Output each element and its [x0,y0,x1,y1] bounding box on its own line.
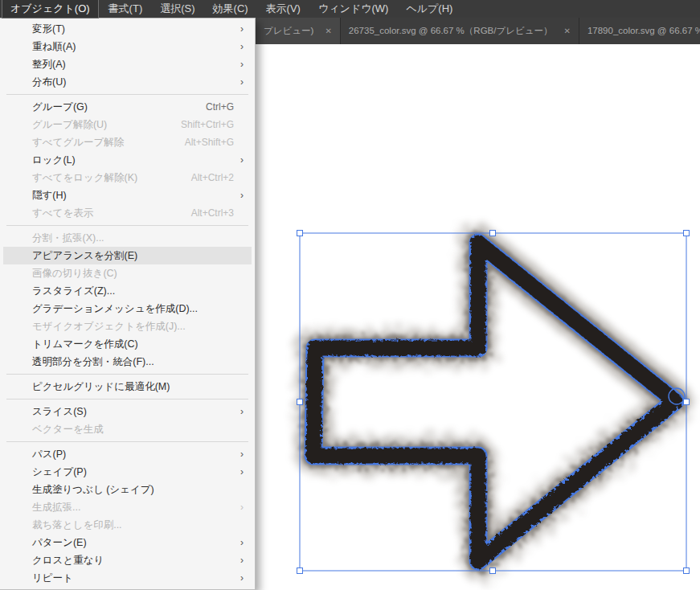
illustrator-window: プレビュー) ✕ 26735_color.svg @ 66.67 %（RGB/プ… [0,0,700,590]
menubar-item-1[interactable]: 書式(T) [100,0,151,18]
submenu-chevron-icon: › [240,77,244,87]
menu-item-label: スライス(S) [32,405,245,419]
menu-item-label: リピート [32,572,245,585]
handle-bottom-center [490,568,496,574]
document-tab-0[interactable]: プレビュー) ✕ [256,18,340,44]
menu-item-label: グループ(G) [32,100,206,114]
menu-item-label: ロック(L) [32,154,245,167]
menu-item-label: ピクセルグリッドに最適化(M) [32,380,245,394]
handle-top-right [684,231,690,236]
menu-item-すべてをロック解除K: すべてをロック解除(K) Alt+Ctrl+2 [3,169,252,186]
menubar-item-object[interactable]: オブジェクト(O) [2,0,99,18]
menu-item-label: ラスタライズ(Z)... [32,285,245,298]
menu-item-変形T[interactable]: 変形(T) › [3,20,252,38]
menu-item-クロスと重なり[interactable]: クロスと重なり › [3,551,252,569]
menu-item-label: すべてを表示 [32,207,191,220]
document-tab-label: 17890_color.svg @ 66.67 %（RGB/プレビュ [587,25,700,37]
handle-mid-right [684,399,690,405]
menu-item-shortcut: Alt+Ctrl+2 [191,172,234,183]
menu-separator [6,441,248,442]
application-menubar: オブジェクト(O)書式(T)選択(S)効果(C)表示(V)ウィンドウ(W)ヘルプ… [0,0,700,18]
document-tab-label: プレビュー) [264,25,313,37]
menu-item-label: アピアランスを分割(E) [32,249,245,263]
menu-item-グループG[interactable]: グループ(G) Ctrl+G [3,98,252,116]
menu-item-ベクターを生成: ベクターを生成 [3,420,252,438]
menu-item-シェイプP[interactable]: シェイプ(P) › [3,463,252,481]
menu-item-トリムマークを作成C[interactable]: トリムマークを作成(C) [3,335,252,353]
menu-item-グラデーションメッシュを作成D[interactable]: グラデーションメッシュを作成(D)... [3,300,252,318]
handle-top-left [297,231,303,236]
submenu-chevron-icon: › [240,555,244,565]
menu-item-リピート[interactable]: リピート › [3,569,252,587]
handle-bottom-left [297,568,303,574]
submenu-chevron-icon: › [240,502,244,512]
handle-mid-left [297,399,303,405]
menu-item-ロックL[interactable]: ロック(L) › [3,151,252,169]
menu-item-スライスS[interactable]: スライス(S) › [3,403,252,420]
menubar-item-3[interactable]: 効果(C) [205,0,256,18]
menu-item-ラスタライズZ[interactable]: ラスタライズ(Z)... [3,282,252,300]
menu-item-label: 整列(A) [32,58,245,72]
charcoal-arrow-stroke[interactable] [313,243,675,561]
menu-item-パスP[interactable]: パス(P) › [3,445,252,463]
menu-item-透明部分を分割・統合F[interactable]: 透明部分を分割・統合(F)... [3,353,252,371]
submenu-chevron-icon: › [240,467,244,477]
menu-item-アピアランスを分割E[interactable]: アピアランスを分割(E) [3,247,252,264]
menu-separator [6,94,248,95]
menu-item-label: 重ね順(A) [32,40,245,54]
menubar-item-4[interactable]: 表示(V) [258,0,309,18]
tab-close-icon[interactable]: ✕ [325,27,331,35]
menu-item-label: トリムマークを作成(C) [32,338,245,351]
menu-item-label: すべてグループ解除 [32,136,185,150]
menu-item-shortcut: Alt+Ctrl+3 [191,207,234,219]
document-tab-2[interactable]: 17890_color.svg @ 66.67 %（RGB/プレビュ [579,18,700,44]
menu-item-label: すべてをロック解除(K) [32,171,191,185]
submenu-chevron-icon: › [240,407,244,416]
menu-item-ピクセルグリッドに最適化M[interactable]: ピクセルグリッドに最適化(M) [3,378,252,395]
tab-close-icon[interactable]: ✕ [564,27,571,35]
menu-item-label: シェイプ(P) [32,465,245,479]
menu-item-隠すH[interactable]: 隠す(H) › [3,186,252,204]
submenu-chevron-icon: › [240,191,244,200]
menu-item-label: パターン(E) [32,536,245,550]
menu-item-整列A[interactable]: 整列(A) › [3,55,252,73]
document-tab-1[interactable]: 26735_color.svg @ 66.67 %（RGB/プレビュー） ✕ [341,18,579,44]
submenu-chevron-icon: › [240,42,244,51]
menu-item-裁ち落としを印刷: 裁ち落としを印刷... [3,516,252,534]
menu-item-label: 生成拡張... [32,501,245,514]
menu-item-すべてを表示: すべてを表示 Alt+Ctrl+3 [3,204,252,222]
menu-item-グループ解除U: グループ解除(U) Shift+Ctrl+G [3,116,252,133]
handle-bottom-right [684,568,690,574]
menubar-item-2[interactable]: 選択(S) [152,0,203,18]
submenu-chevron-icon: › [240,59,244,69]
menu-item-label: 隠す(H) [32,189,245,203]
menu-item-label: ベクターを生成 [32,423,245,436]
handle-top-center [490,231,496,236]
menu-item-label: 分割・拡張(X)... [32,231,245,245]
menu-item-label: グラデーションメッシュを作成(D)... [32,302,245,316]
menu-item-画像の切り抜きC: 画像の切り抜き(C) [3,264,252,282]
menu-item-label: 変形(T) [32,23,245,36]
menu-item-重ね順A[interactable]: 重ね順(A) › [3,38,252,55]
menu-item-すべてグループ解除: すべてグループ解除 Alt+Shift+G [3,133,252,151]
menu-item-shortcut: Shift+Ctrl+G [181,119,234,130]
submenu-chevron-icon: › [240,573,244,583]
menu-separator [6,225,248,226]
menu-item-label: 画像の切り抜き(C) [32,267,245,281]
menu-item-生成塗りつぶしシェイプ[interactable]: 生成塗りつぶし (シェイプ) [3,481,252,498]
menu-item-label: パス(P) [32,448,245,461]
menu-item-生成拡張: 生成拡張... › [3,498,252,516]
menubar-item-5[interactable]: ウィンドウ(W) [310,0,396,18]
menu-item-label: 裁ち落としを印刷... [32,518,245,532]
submenu-chevron-icon: › [240,538,244,547]
menu-item-label: クロスと重なり [32,554,245,567]
menu-item-分布U[interactable]: 分布(U) › [3,73,252,91]
menu-item-分割・拡張X: 分割・拡張(X)... [3,229,252,247]
menu-item-shortcut: Ctrl+G [206,101,234,113]
menu-separator [6,374,248,375]
menu-item-label: グループ解除(U) [32,118,181,132]
menu-item-パターンE[interactable]: パターン(E) › [3,534,252,551]
submenu-chevron-icon: › [240,449,244,459]
menubar-item-6[interactable]: ヘルプ(H) [398,0,461,18]
menu-item-label: 透明部分を分割・統合(F)... [32,355,245,369]
